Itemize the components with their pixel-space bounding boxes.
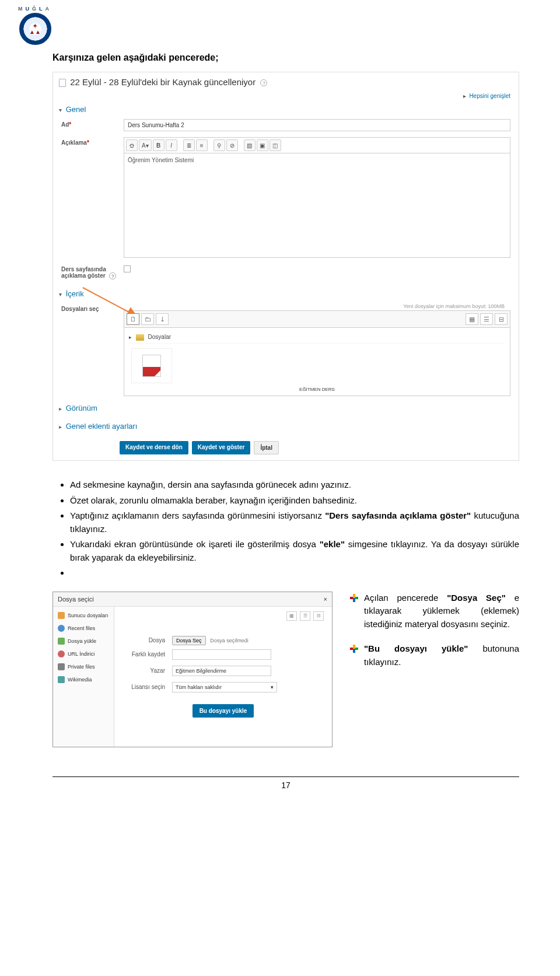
pdf-icon — [142, 355, 161, 377]
view-tree-button[interactable]: ⊟ — [495, 313, 508, 325]
note-item: "Bu dosyayı yükle" butonuna tıklayınız. — [350, 642, 519, 669]
help-icon: ? — [109, 272, 116, 279]
folder-icon — [58, 612, 65, 619]
plus-icon — [350, 594, 358, 602]
font-button[interactable]: A▾ — [139, 139, 152, 151]
side-notes: Açılan pencerede "Dosya Seç" e tıklayara… — [350, 592, 519, 681]
help-icon: ? — [260, 79, 267, 86]
description-editor[interactable]: Öğrenim Yönetim Sistemi — [124, 153, 510, 258]
sidebar-item-url-downloader[interactable]: URL İndirici — [53, 648, 114, 660]
folder-icon — [136, 334, 144, 341]
description-label: Açıklama* — [61, 137, 117, 146]
ol-button[interactable]: ≡ — [196, 139, 208, 151]
sidebar-item-private-files[interactable]: Private files — [53, 660, 114, 673]
sidebar-item-server-files[interactable]: Sunucu dosyaları — [53, 609, 114, 622]
note-item: Açılan pencerede "Dosya Seç" e tıklayara… — [350, 592, 519, 631]
logo-text: MUĞLA — [12, 6, 58, 12]
download-button[interactable]: ⤓ — [156, 313, 169, 325]
chevron-down-icon: ▾ — [59, 291, 62, 298]
editor-toolbar: ⯐ A▾ B I ≣ ≡ ⚲ ⊘ ▧ ▣ ◫ — [124, 137, 510, 153]
section-content-label: İçerik — [66, 289, 84, 298]
form-title-text: 22 Eylül - 28 Eylül'deki bir Kaynak günc… — [70, 77, 256, 87]
section-plugin-settings[interactable]: ▸ Genel eklenti ayarları — [53, 417, 519, 435]
section-plugin-label: Genel eklenti ayarları — [66, 422, 138, 431]
form-title: 22 Eylül - 28 Eylül'deki bir Kaynak günc… — [53, 72, 519, 92]
upload-this-file-button[interactable]: Bu dosyayı yükle — [192, 704, 254, 718]
file-picker-screenshot: Dosya seçici × Sunucu dosyaları Recent f… — [52, 592, 332, 747]
resource-edit-screenshot: 22 Eylül - 28 Eylül'deki bir Kaynak günc… — [52, 72, 519, 461]
license-select[interactable]: Tüm hakları saklıdır▾ — [172, 682, 277, 692]
image-button[interactable]: ▧ — [244, 139, 256, 151]
cancel-button[interactable]: İptal — [254, 441, 279, 454]
italic-button[interactable]: I — [166, 139, 177, 151]
chevron-right-icon: ▸ — [59, 424, 62, 430]
list-item: Ad sekmesine kaynağın, dersin ana sayfas… — [70, 478, 519, 492]
expand-all-link[interactable]: ▸ Hepsini genişlet — [53, 92, 519, 103]
plus-icon — [350, 645, 358, 653]
license-label: Lisansı seçin — [123, 684, 172, 690]
folder-label: Dosyalar — [148, 334, 171, 340]
author-label: Yazar — [123, 667, 172, 674]
close-icon[interactable]: × — [324, 596, 327, 603]
add-file-button[interactable]: 🗋 — [127, 313, 139, 325]
view-list-button[interactable]: ☰ — [300, 611, 310, 621]
list-item: Yaptığınız açıklamanın ders sayfasında g… — [70, 509, 519, 536]
sidebar-item-wikimedia[interactable]: Wikimedia — [53, 673, 114, 686]
sidebar-item-upload[interactable]: Dosya yükle — [53, 635, 114, 648]
html-button[interactable]: ◫ — [270, 139, 281, 151]
expand-all-label: Hepsini genişlet — [469, 93, 510, 99]
page-icon — [59, 79, 66, 87]
list-item: Özet olarak, zorunlu olmamakla beraber, … — [70, 494, 519, 508]
no-file-text: Dosya seçilmedi — [210, 638, 249, 643]
view-tree-button[interactable]: ⊟ — [313, 611, 324, 621]
author-input[interactable]: Eğitmen Bilgilendirme — [172, 666, 271, 676]
section-appearance[interactable]: ▸ Görünüm — [53, 399, 519, 417]
save-display-button[interactable]: Kaydet ve göster — [192, 441, 251, 454]
save-return-button[interactable]: Kaydet ve derse dön — [120, 441, 188, 454]
view-icons-button[interactable]: ▦ — [286, 611, 297, 621]
folder-breadcrumb[interactable]: ▸ Dosyalar — [129, 331, 505, 344]
unlink-button[interactable]: ⊘ — [226, 139, 238, 151]
link-button[interactable]: ⚲ — [214, 139, 225, 151]
file-thumbnail[interactable] — [131, 348, 172, 383]
section-general-label: Genel — [66, 105, 86, 114]
page-number: 17 — [52, 776, 519, 790]
upload-icon — [58, 638, 65, 645]
list-item: Yukarıdaki ekran görüntüsünde ok işareti… — [70, 538, 519, 564]
chevron-down-icon: ▾ — [59, 107, 62, 113]
ul-button[interactable]: ≣ — [183, 139, 195, 151]
saveas-input[interactable] — [172, 649, 271, 660]
view-icons-button[interactable]: ▦ — [466, 313, 478, 325]
instruction-list: Ad sekmesine kaynağın, dersin ana sayfas… — [70, 478, 519, 580]
chevron-right-icon: ▸ — [129, 334, 132, 340]
section-content[interactable]: ▾ İçerik — [53, 287, 519, 300]
name-label: Ad* — [61, 119, 117, 128]
file-name: EĞİTMEN DERS — [129, 387, 505, 392]
toolbar-toggle-icon[interactable]: ⯐ — [126, 139, 138, 151]
file-picker-sidebar: Sunucu dosyaları Recent files Dosya yükl… — [53, 607, 114, 747]
saveas-label: Farklı kaydet — [123, 651, 172, 657]
section-appearance-label: Görünüm — [66, 404, 97, 412]
create-folder-button[interactable]: 🗀 — [141, 313, 154, 325]
view-list-button[interactable]: ☰ — [480, 313, 493, 325]
max-size-text: Yeni dosyalar için maksimum boyut: 100MB — [124, 303, 510, 309]
clock-icon — [58, 625, 65, 632]
show-description-label: Ders sayfasında açıklama göster ? — [61, 264, 117, 279]
chevron-right-icon: ▸ — [59, 405, 62, 412]
bold-button[interactable]: B — [153, 139, 164, 151]
files-label: Dosyaları seç — [61, 303, 117, 312]
show-description-checkbox[interactable] — [124, 265, 131, 272]
chevron-down-icon: ▾ — [271, 684, 274, 690]
attachment-label: Dosya — [123, 637, 172, 643]
lock-icon — [58, 663, 65, 670]
section-general[interactable]: ▾ Genel — [53, 103, 519, 116]
chevron-right-icon: ▸ — [463, 93, 466, 99]
wiki-icon — [58, 676, 65, 683]
choose-file-button[interactable]: Dosya Seç — [172, 636, 206, 645]
name-input[interactable]: Ders Sunumu-Hafta 2 — [124, 119, 510, 131]
sidebar-item-recent-files[interactable]: Recent files — [53, 622, 114, 635]
media-button[interactable]: ▣ — [257, 139, 268, 151]
dialog-title: Dosya seçici — [58, 596, 94, 603]
list-item-empty — [70, 566, 519, 580]
globe-icon — [58, 650, 65, 657]
